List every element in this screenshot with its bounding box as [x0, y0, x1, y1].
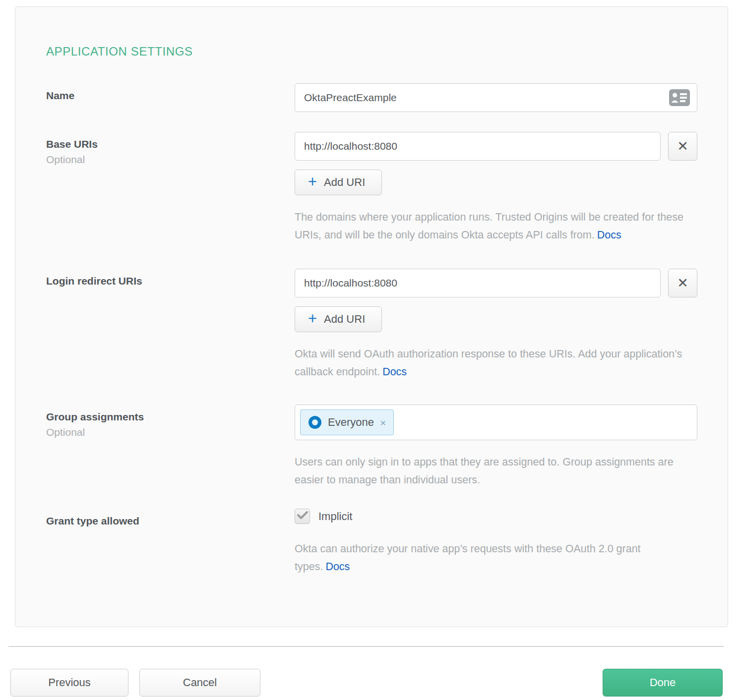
name-label: Name [46, 90, 295, 102]
done-button[interactable]: Done [603, 669, 723, 697]
add-uri-label: Add URI [324, 313, 365, 326]
group-assignments-row: Group assignments Optional Everyone × Us… [46, 405, 697, 489]
application-settings-card: APPLICATION SETTINGS Name [15, 6, 728, 627]
group-assignments-help: Users can only sign in to apps that they… [295, 453, 697, 489]
base-uris-optional-label: Optional [46, 154, 295, 166]
base-uri-input[interactable] [295, 132, 661, 161]
login-redirect-uris-docs-link[interactable]: Docs [382, 366, 407, 378]
add-base-uri-button[interactable]: + Add URI [295, 170, 382, 195]
okta-logo-icon [309, 416, 321, 429]
contact-card-icon [669, 89, 690, 108]
base-uris-label: Base URIs [46, 138, 295, 150]
grant-type-help: Okta can authorize your native app’s req… [295, 540, 697, 576]
add-login-redirect-uri-button[interactable]: + Add URI [295, 306, 382, 332]
base-uris-row: Base URIs Optional ✕ + Add URI The domai… [46, 132, 697, 244]
footer-divider [8, 646, 724, 647]
grant-type-row: Grant type allowed Implicit Okta can aut… [46, 509, 697, 576]
grant-type-docs-link[interactable]: Docs [325, 561, 350, 573]
implicit-checkbox-label: Implicit [318, 510, 352, 523]
login-redirect-uris-help: Okta will send OAuth authorization respo… [295, 345, 697, 381]
group-assignments-label: Group assignments [46, 411, 295, 423]
checkmark-icon [297, 511, 309, 522]
login-redirect-uris-row: Login redirect URIs ✕ + Add URI Okta wil… [46, 269, 697, 381]
group-assignments-optional-label: Optional [46, 426, 295, 438]
previous-button[interactable]: Previous [10, 669, 128, 697]
plus-icon: + [308, 174, 317, 189]
name-input[interactable] [295, 83, 697, 112]
remove-base-uri-button[interactable]: ✕ [668, 132, 697, 161]
group-tag-label: Everyone [328, 416, 374, 429]
remove-icon: ✕ [677, 140, 688, 153]
login-redirect-uris-label: Login redirect URIs [46, 275, 295, 287]
base-uris-docs-link[interactable]: Docs [597, 229, 621, 241]
tag-close-icon[interactable]: × [380, 417, 386, 428]
base-uris-help: The domains where your application runs.… [295, 208, 697, 244]
plus-icon: + [308, 311, 317, 326]
section-title: APPLICATION SETTINGS [46, 45, 697, 58]
remove-login-redirect-uri-button[interactable]: ✕ [668, 269, 697, 297]
footer-bar: Previous Cancel Done [10, 669, 723, 697]
login-redirect-uri-input[interactable] [295, 269, 661, 297]
name-row: Name [46, 83, 697, 112]
cancel-button[interactable]: Cancel [139, 669, 260, 697]
group-tag-everyone: Everyone × [300, 409, 394, 435]
remove-icon: ✕ [677, 277, 688, 290]
add-uri-label: Add URI [324, 176, 365, 189]
implicit-checkbox[interactable] [295, 509, 310, 524]
grant-type-label: Grant type allowed [46, 515, 295, 527]
group-assignments-input[interactable]: Everyone × [295, 405, 697, 440]
